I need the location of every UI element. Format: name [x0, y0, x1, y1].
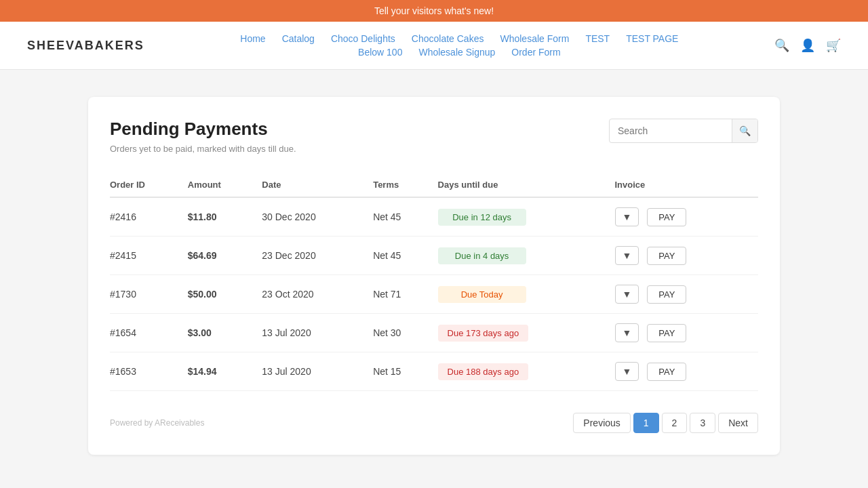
cell-date: 13 Jul 2020: [262, 314, 373, 352]
status-badge: Due 188 days ago: [438, 363, 529, 380]
cell-terms: Net 15: [373, 352, 437, 391]
col-date: Date: [262, 173, 373, 197]
status-badge: Due Today: [438, 286, 526, 303]
cell-terms: Net 45: [373, 237, 437, 275]
page-header: Pending Payments Orders yet to be paid, …: [110, 119, 758, 154]
pagination: Previous 1 2 3 Next: [573, 413, 758, 433]
cell-date: 23 Dec 2020: [262, 237, 373, 275]
cell-amount: $3.00: [188, 314, 262, 352]
cell-amount: $11.80: [188, 197, 262, 237]
nav-choco-delights[interactable]: Choco Delights: [331, 33, 395, 44]
nav-test-page[interactable]: TEST PAGE: [626, 33, 678, 44]
download-invoice-button[interactable]: ▼: [615, 207, 639, 226]
header: SHEEVABAKERS Home Catalog Choco Delights…: [0, 22, 868, 70]
cell-amount: $50.00: [188, 275, 262, 314]
cell-order-id: #1730: [110, 275, 188, 314]
cell-status: Due in 4 days: [438, 237, 615, 275]
cell-terms: Net 30: [373, 314, 437, 352]
col-days-until-due: Days until due: [438, 173, 615, 197]
pagination-page-2[interactable]: 2: [662, 413, 688, 433]
col-order-id: Order ID: [110, 173, 188, 197]
cell-date: 30 Dec 2020: [262, 197, 373, 237]
download-invoice-button[interactable]: ▼: [615, 362, 639, 381]
cell-order-id: #1654: [110, 314, 188, 352]
announcement-text: Tell your visitors what's new!: [374, 5, 494, 16]
pagination-page-3[interactable]: 3: [690, 413, 715, 433]
header-icons: 🔍 👤 🛒: [774, 38, 841, 53]
pagination-page-1[interactable]: 1: [633, 413, 659, 433]
pay-button[interactable]: PAY: [647, 247, 686, 265]
col-terms: Terms: [373, 173, 437, 197]
main-content: Pending Payments Orders yet to be paid, …: [0, 70, 868, 482]
cell-amount: $14.94: [188, 352, 262, 391]
pay-button[interactable]: PAY: [647, 324, 686, 342]
cell-date: 23 Oct 2020: [262, 275, 373, 314]
nav-below-100[interactable]: Below 100: [358, 47, 402, 58]
cell-status: Due Today: [438, 275, 615, 314]
card-footer: Powered by AReceivables Previous 1 2 3 N…: [110, 413, 758, 433]
nav-wholesale-signup[interactable]: Wholesale Signup: [418, 47, 495, 58]
announcement-bar: Tell your visitors what's new!: [0, 0, 868, 22]
cell-status: Due 173 days ago: [438, 314, 615, 352]
account-icon[interactable]: 👤: [800, 38, 815, 53]
search-button[interactable]: 🔍: [732, 119, 757, 142]
table-row: #1654 $3.00 13 Jul 2020 Net 30 Due 173 d…: [110, 314, 758, 352]
cell-terms: Net 71: [373, 275, 437, 314]
payments-table: Order ID Amount Date Terms Days until du…: [110, 173, 758, 391]
nav-test[interactable]: TEST: [585, 33, 610, 44]
table-row: #1653 $14.94 13 Jul 2020 Net 15 Due 188 …: [110, 352, 758, 391]
table-row: #2416 $11.80 30 Dec 2020 Net 45 Due in 1…: [110, 197, 758, 237]
cell-order-id: #2416: [110, 197, 188, 237]
search-input[interactable]: [610, 125, 732, 136]
page-header-text: Pending Payments Orders yet to be paid, …: [110, 119, 296, 154]
cell-status: Due 188 days ago: [438, 352, 615, 391]
cell-amount: $64.69: [188, 237, 262, 275]
powered-by: Powered by AReceivables: [110, 418, 204, 428]
download-invoice-button[interactable]: ▼: [615, 285, 639, 304]
cell-order-id: #2415: [110, 237, 188, 275]
cell-invoice: ▼ PAY: [615, 352, 759, 391]
nav-row-1: Home Catalog Choco Delights Chocolate Ca…: [240, 33, 678, 44]
search-icon[interactable]: 🔍: [774, 38, 789, 53]
pay-button[interactable]: PAY: [647, 208, 686, 226]
cell-invoice: ▼ PAY: [615, 237, 759, 275]
status-badge: Due 173 days ago: [438, 325, 529, 342]
pagination-previous[interactable]: Previous: [573, 413, 630, 433]
table-row: #2415 $64.69 23 Dec 2020 Net 45 Due in 4…: [110, 237, 758, 275]
pay-button[interactable]: PAY: [647, 285, 686, 304]
table-row: #1730 $50.00 23 Oct 2020 Net 71 Due Toda…: [110, 275, 758, 314]
nav-row-2: Below 100 Wholesale Signup Order Form: [358, 47, 561, 58]
cell-date: 13 Jul 2020: [262, 352, 373, 391]
page-title: Pending Payments: [110, 119, 296, 140]
pagination-next[interactable]: Next: [718, 413, 758, 433]
cell-invoice: ▼ PAY: [615, 197, 759, 237]
nav-home[interactable]: Home: [240, 33, 265, 44]
download-invoice-button[interactable]: ▼: [615, 323, 639, 342]
cell-status: Due in 12 days: [438, 197, 615, 237]
pending-payments-card: Pending Payments Orders yet to be paid, …: [88, 97, 780, 455]
cell-terms: Net 45: [373, 197, 437, 237]
col-amount: Amount: [188, 173, 262, 197]
table-header-row: Order ID Amount Date Terms Days until du…: [110, 173, 758, 197]
nav-wholesale-form[interactable]: Wholesale Form: [500, 33, 569, 44]
search-box: 🔍: [609, 119, 758, 143]
status-badge: Due in 4 days: [438, 247, 526, 264]
nav-order-form[interactable]: Order Form: [511, 47, 560, 58]
col-invoice: Invoice: [615, 173, 759, 197]
cart-icon[interactable]: 🛒: [826, 38, 841, 53]
download-invoice-button[interactable]: ▼: [615, 246, 639, 265]
logo[interactable]: SHEEVABAKERS: [27, 39, 144, 53]
nav-catalog[interactable]: Catalog: [282, 33, 315, 44]
pay-button[interactable]: PAY: [647, 363, 686, 381]
status-badge: Due in 12 days: [438, 209, 526, 226]
page-subtitle: Orders yet to be paid, marked with days …: [110, 144, 296, 154]
main-nav: Home Catalog Choco Delights Chocolate Ca…: [172, 33, 747, 58]
nav-chocolate-cakes[interactable]: Chocolate Cakes: [412, 33, 484, 44]
bottom-section: Quick links Newsletter: [0, 482, 868, 488]
cell-order-id: #1653: [110, 352, 188, 391]
cell-invoice: ▼ PAY: [615, 275, 759, 314]
cell-invoice: ▼ PAY: [615, 314, 759, 352]
